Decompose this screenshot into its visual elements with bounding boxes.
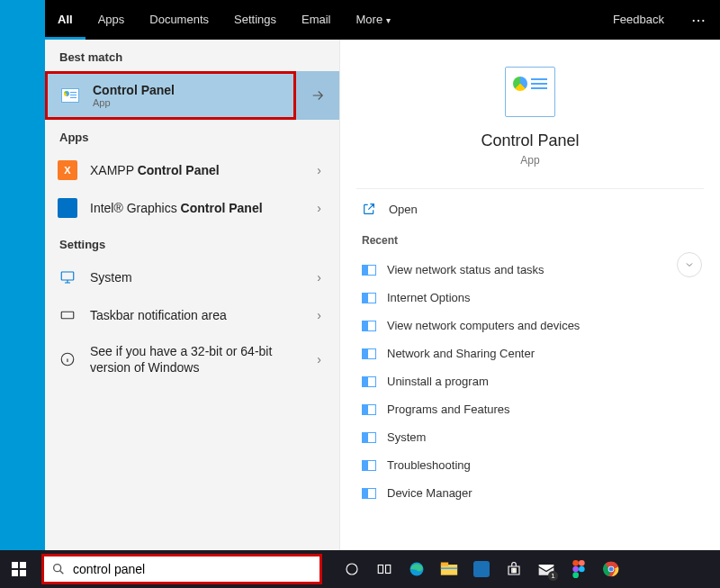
info-icon [58,349,77,369]
open-action[interactable]: Open [356,189,704,229]
settings-result-bitversion[interactable]: See if you have a 32-bit or 64-bit versi… [45,334,339,384]
feedback-link[interactable]: Feedback [600,0,677,40]
recent-item[interactable]: Programs and Features [356,395,704,423]
recent-item[interactable]: Network and Sharing Center [356,339,704,367]
recent-item[interactable]: Troubleshooting [356,451,704,479]
taskbar-search[interactable] [41,554,322,584]
section-apps: Apps [45,120,339,151]
task-view-icon[interactable] [374,559,394,579]
recent-list: View network status and tasks Internet O… [356,256,704,507]
tab-all[interactable]: All [45,0,86,40]
svg-rect-3 [12,562,18,568]
control-panel-icon [362,376,376,387]
control-panel-icon [362,321,376,331]
control-panel-icon [60,86,80,105]
mail-icon[interactable]: 1 [536,559,556,579]
chevron-right-icon: › [317,270,327,285]
control-panel-icon [362,265,376,276]
chevron-right-icon: › [317,308,327,322]
svg-point-26 [609,567,614,572]
svg-rect-17 [512,571,514,573]
tab-more[interactable]: More▾ [344,0,404,40]
monitor-icon [58,267,77,287]
settings-result-taskbar[interactable]: Taskbar notification area › [45,296,339,334]
svg-point-20 [579,560,585,566]
svg-point-21 [572,566,579,573]
section-settings: Settings [45,227,339,258]
app-result-xampp[interactable]: X XAMPP Control Panel › [45,151,339,189]
control-panel-icon [362,348,376,359]
svg-rect-15 [512,568,514,570]
recent-header: Recent [362,234,698,247]
open-label: Open [389,203,418,216]
recent-item[interactable]: Uninstall a program [356,367,704,395]
arrow-right-icon[interactable] [296,71,339,120]
svg-rect-4 [20,562,26,568]
svg-rect-0 [61,272,74,280]
taskbar: 1 [0,550,720,588]
xampp-icon: X [58,160,77,180]
svg-point-8 [346,564,357,574]
control-panel-large-icon [505,67,555,117]
svg-rect-1 [61,312,74,319]
search-input[interactable] [66,562,312,576]
preview-title: Control Panel [340,131,720,150]
control-panel-icon [362,432,376,443]
start-button[interactable] [0,550,38,588]
expand-button[interactable] [677,252,702,277]
edge-icon[interactable] [407,559,427,579]
tab-documents[interactable]: Documents [137,0,221,40]
chevron-right-icon: › [317,352,327,366]
chevron-down-icon: ▾ [386,15,391,25]
recent-item[interactable]: System [356,423,704,451]
control-panel-icon [362,293,376,303]
svg-rect-10 [386,565,391,574]
tab-email[interactable]: Email [289,0,344,40]
search-results-panel: Best match Control Panel App Apps X XAMP… [45,0,340,550]
recent-item[interactable]: View network computers and devices [356,312,704,339]
best-match-subtitle: App [93,97,281,108]
svg-rect-18 [514,571,516,573]
tab-settings[interactable]: Settings [221,0,289,40]
control-panel-icon [362,460,376,471]
recent-item[interactable]: View network status and tasks [356,256,704,284]
search-tabbar: All Apps Documents Settings Email More▾ … [45,0,720,40]
control-panel-icon [362,404,376,415]
svg-point-7 [54,565,61,572]
svg-rect-13 [441,563,448,566]
chevron-right-icon: › [317,163,327,177]
app-result-intel[interactable]: Intel® Graphics Control Panel › [45,189,339,227]
preview-subtitle: App [340,154,720,167]
svg-rect-14 [441,567,457,569]
svg-point-23 [572,572,579,578]
settings-result-system[interactable]: System › [45,258,339,296]
search-icon [51,562,66,576]
intel-icon [58,198,77,218]
accent-strip [0,0,45,550]
svg-rect-5 [12,570,18,576]
recent-item[interactable]: Internet Options [356,284,704,312]
taskbar-icon [58,305,77,325]
more-options-button[interactable]: ⋯ [677,12,720,29]
cortana-icon[interactable] [342,559,362,579]
chrome-icon[interactable] [601,559,621,579]
svg-rect-12 [441,565,457,575]
file-explorer-icon[interactable] [439,559,459,579]
open-icon [362,202,376,216]
svg-point-22 [579,566,585,573]
tab-apps[interactable]: Apps [86,0,138,40]
figma-icon[interactable] [569,559,589,579]
section-best-match: Best match [45,40,339,71]
best-match-result[interactable]: Control Panel App [45,71,339,120]
svg-rect-9 [378,565,382,574]
best-match-title: Control Panel [93,83,281,97]
store-icon[interactable] [504,559,524,579]
svg-point-19 [572,560,579,566]
chevron-right-icon: › [317,201,327,215]
svg-rect-16 [514,568,516,570]
app-icon-blue[interactable] [472,559,491,579]
preview-panel: Control Panel App Open Recent View netwo… [340,0,720,550]
control-panel-icon [362,488,376,499]
recent-item[interactable]: Device Manager [356,479,704,507]
svg-rect-6 [20,570,26,576]
